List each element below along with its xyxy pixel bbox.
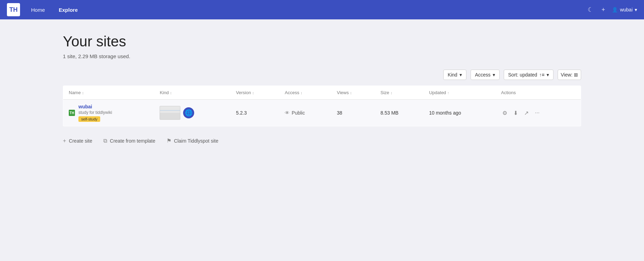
open-action-button[interactable]: ↗ (523, 108, 530, 118)
more-actions-button[interactable]: ··· (533, 108, 541, 117)
col-views[interactable]: Views ↕ (331, 86, 375, 100)
site-name-cell: TH wubai study for tiddlywiki self-study (63, 100, 154, 126)
kind-dropdown-icon: ▾ (460, 72, 462, 78)
page-title: Your sites (63, 33, 581, 50)
flag-icon: ⚑ (167, 137, 171, 144)
site-updated-cell: 10 months ago (424, 100, 495, 126)
sites-table: Name ↕ Kind ↕ Version ↕ Access ↕ Views ↕… (63, 86, 581, 126)
sort-dropdown-icon: ▾ (547, 72, 549, 78)
user-label: wubai (620, 7, 633, 12)
access-dropdown-icon: ▾ (493, 72, 495, 78)
kind-filter-button[interactable]: Kind ▾ (443, 70, 466, 80)
download-action-button[interactable]: ⬇ (512, 108, 519, 118)
claim-tiddlyspot-button[interactable]: ⚑ Claim Tiddlyspot site (167, 135, 218, 147)
bottom-actions: + Create site ⧉ Create from template ⚑ C… (63, 135, 581, 147)
plus-icon: + (63, 138, 66, 144)
col-updated[interactable]: Updated ↑ (424, 86, 495, 100)
add-button[interactable]: + (600, 5, 607, 15)
navbar-actions: ☾ + 👤 wubai ▾ (586, 4, 637, 15)
site-description: study for tiddlywiki (78, 110, 112, 115)
storage-info: 1 site, 2.29 MB storage used. (63, 53, 581, 59)
site-logo[interactable]: TH (7, 3, 20, 16)
settings-action-button[interactable]: ⚙ (501, 108, 509, 118)
site-views-cell: 38 (331, 100, 375, 126)
main-content: Your sites 1 site, 2.29 MB storage used.… (46, 19, 598, 161)
site-kind-cell: 🌐 (154, 100, 230, 126)
site-title-link[interactable]: wubai (78, 104, 112, 109)
site-version-cell: 5.2.3 (230, 100, 279, 126)
sort-button[interactable]: Sort: updated ↑≡ ▾ (504, 70, 553, 80)
user-menu[interactable]: 👤 wubai ▾ (612, 7, 637, 12)
col-name[interactable]: Name ↕ (63, 86, 154, 100)
grid-icon: ⊞ (574, 72, 578, 78)
create-site-button[interactable]: + Create site (63, 135, 92, 147)
col-kind[interactable]: Kind ↕ (154, 86, 230, 100)
nav-home[interactable]: Home (28, 6, 48, 14)
site-size-cell: 8.53 MB (375, 100, 424, 126)
site-tw-icon: TH (69, 110, 75, 116)
kind-filter-label: Kind (448, 72, 457, 78)
create-from-template-button[interactable]: ⧉ Create from template (103, 135, 155, 147)
site-access-cell: 👁 Public (279, 100, 331, 126)
access-filter-label: Access (475, 72, 491, 78)
sort-label: Sort: updated (508, 72, 537, 78)
col-version[interactable]: Version ↕ (230, 86, 279, 100)
navbar: TH Home Explore ☾ + 👤 wubai ▾ (0, 0, 644, 19)
col-actions: Actions (495, 86, 581, 100)
claim-tiddlyspot-label: Claim Tiddlyspot site (174, 138, 218, 144)
table-header-row: Name ↕ Kind ↕ Version ↕ Access ↕ Views ↕… (63, 86, 581, 100)
toolbar: Kind ▾ Access ▾ Sort: updated ↑≡ ▾ View:… (63, 70, 581, 80)
eye-icon: 👁 (285, 110, 290, 116)
create-site-label: Create site (69, 138, 92, 144)
table-row: TH wubai study for tiddlywiki self-study (63, 100, 581, 126)
access-label: Public (292, 110, 305, 116)
site-actions-cell: ⚙ ⬇ ↗ ··· (495, 100, 581, 126)
col-size[interactable]: Size ↕ (375, 86, 424, 100)
view-toggle[interactable]: View: ⊞ (558, 70, 581, 80)
site-thumbnail (160, 106, 180, 120)
site-name-details: wubai study for tiddlywiki self-study (78, 104, 112, 122)
view-label: View: (561, 72, 572, 78)
theme-toggle-button[interactable]: ☾ (586, 4, 595, 15)
site-tag: self-study (78, 116, 100, 122)
col-access[interactable]: Access ↕ (279, 86, 331, 100)
kind-globe-icon: 🌐 (183, 107, 194, 118)
sort-icon: ↑≡ (539, 72, 544, 78)
access-filter-button[interactable]: Access ▾ (471, 70, 500, 80)
template-icon: ⧉ (103, 138, 107, 144)
create-from-template-label: Create from template (110, 138, 155, 144)
nav-explore[interactable]: Explore (56, 6, 80, 14)
user-avatar-icon: 👤 (612, 7, 618, 12)
user-dropdown-icon: ▾ (635, 7, 637, 12)
